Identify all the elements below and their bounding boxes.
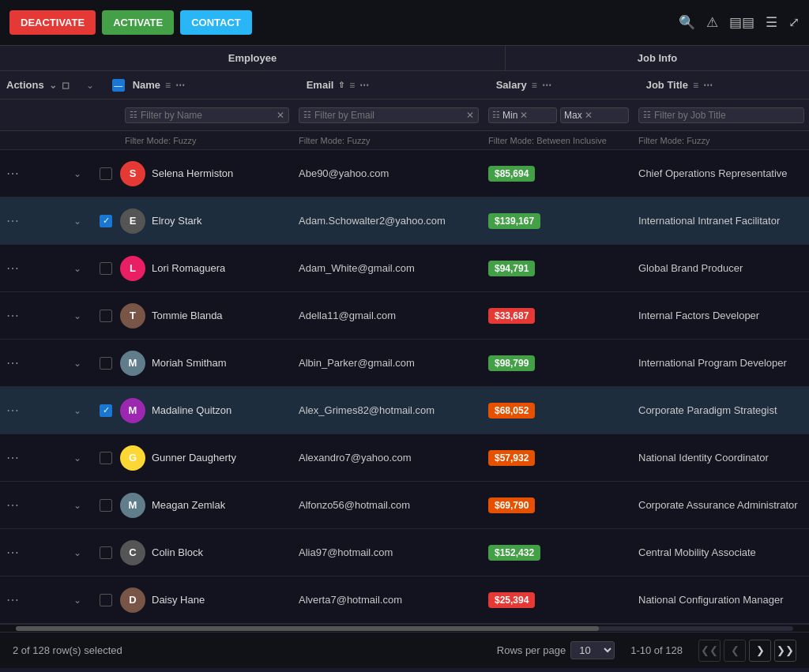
filter-jobtitle-input[interactable] xyxy=(654,110,800,121)
filter-jobtitle-icon: ☷ xyxy=(643,110,651,120)
cell-email-9: Alverta7@hotmail.com xyxy=(294,594,484,606)
actions-expand-icon[interactable]: ◻ xyxy=(62,80,70,91)
row-checkbox[interactable] xyxy=(100,262,112,275)
filter-icon[interactable]: ⚠ xyxy=(706,14,718,31)
filter-email-icon: ☷ xyxy=(303,110,311,120)
filter-salary-max-label: Max xyxy=(564,110,582,121)
cell-email-6: Alexandro7@yahoo.com xyxy=(294,452,484,464)
activate-button[interactable]: ACTIVATE xyxy=(102,10,174,35)
col-actions-label: Actions xyxy=(6,79,44,91)
filter-email-input[interactable] xyxy=(314,110,463,121)
columns-icon[interactable]: ▤▤ xyxy=(729,14,754,31)
row-expand-button[interactable]: ⌄ xyxy=(73,405,81,416)
row-expand-button[interactable]: ⌄ xyxy=(73,310,81,321)
cell-check-3[interactable] xyxy=(92,310,120,322)
row-dots-button[interactable]: ⋯ xyxy=(6,308,20,323)
row-expand-button[interactable]: ⌄ xyxy=(73,216,81,227)
row-dots-button[interactable]: ⋯ xyxy=(6,166,20,181)
avatar-8: C xyxy=(120,540,145,565)
actions-sort-icon[interactable]: ⌄ xyxy=(49,80,57,91)
row-checkbox[interactable]: ✓ xyxy=(100,215,112,227)
name-menu-icon[interactable]: ≡ xyxy=(165,80,171,91)
filter-salary-max-clear[interactable]: ✕ xyxy=(585,110,593,121)
fm-salary: Filter Mode: Between Inclusive xyxy=(484,136,634,145)
jobtitle-menu-icon[interactable]: ≡ xyxy=(693,80,698,91)
filter-salary-min-clear[interactable]: ✕ xyxy=(520,110,528,121)
select-all-checkbox[interactable]: — xyxy=(112,79,125,92)
cell-check-1[interactable]: ✓ xyxy=(92,215,120,227)
filter-email-clear[interactable]: ✕ xyxy=(466,110,474,121)
cell-check-4[interactable] xyxy=(92,357,120,370)
expand-all-icon[interactable]: ⌄ xyxy=(86,80,94,91)
contact-button[interactable]: CONTACT xyxy=(180,10,252,35)
row-checkbox[interactable] xyxy=(100,357,112,370)
first-page-button[interactable]: ❮❮ xyxy=(698,640,721,662)
row-name-0: Selena Hermiston xyxy=(152,167,233,179)
row-checkbox[interactable]: ✓ xyxy=(100,404,112,417)
row-checkbox[interactable] xyxy=(100,452,112,464)
email-menu-icon[interactable]: ≡ xyxy=(349,80,355,91)
salary-badge-9: $25,394 xyxy=(488,592,535,608)
filter-salary-min-wrap: ☷ Min ✕ xyxy=(488,107,557,123)
row-dots-button[interactable]: ⋯ xyxy=(6,545,20,560)
scrollbar-row[interactable] xyxy=(0,624,809,632)
last-page-button[interactable]: ❯❯ xyxy=(774,640,796,662)
name-filter-icon[interactable]: ⋯ xyxy=(175,80,185,91)
cell-email-5: Alex_Grimes82@hotmail.com xyxy=(294,404,484,416)
row-dots-button[interactable]: ⋯ xyxy=(6,261,20,276)
email-filter-icon[interactable]: ⋯ xyxy=(359,80,369,91)
salary-filter-icon[interactable]: ⋯ xyxy=(542,80,551,91)
menu-icon[interactable]: ☰ xyxy=(766,14,777,31)
deactivate-button[interactable]: DEACTIVATE xyxy=(9,10,96,35)
cell-expand-9: ⌄ xyxy=(63,595,92,606)
filter-row: ☷ ✕ ☷ ✕ ☷ Min ✕ Max ✕ ☷ xyxy=(0,99,809,131)
col-jobtitle-label: Job Title xyxy=(646,79,688,91)
row-expand-button[interactable]: ⌄ xyxy=(73,500,81,511)
cell-check-7[interactable] xyxy=(92,499,120,512)
cell-actions-5: ⋯ xyxy=(0,403,63,418)
cell-email-3: Adella11@gmail.com xyxy=(294,310,484,321)
cell-name-8: C Colin Block xyxy=(120,540,294,565)
filter-name-clear[interactable]: ✕ xyxy=(277,110,284,121)
cell-check-2[interactable] xyxy=(92,262,120,275)
next-page-button[interactable]: ❯ xyxy=(749,640,771,662)
cell-check-8[interactable] xyxy=(92,546,120,559)
rows-per-page-select[interactable]: 10 25 50 100 xyxy=(570,641,615,659)
row-expand-button[interactable]: ⌄ xyxy=(73,263,81,274)
search-icon[interactable]: 🔍 xyxy=(679,14,695,31)
cell-expand-8: ⌄ xyxy=(63,547,92,558)
col-header-checkbox[interactable]: — xyxy=(104,79,133,92)
prev-page-button[interactable]: ❮ xyxy=(724,640,746,662)
salary-menu-icon[interactable]: ≡ xyxy=(532,80,537,91)
row-checkbox[interactable] xyxy=(100,310,112,322)
cell-jobtitle-5: Corporate Paradigm Strategist xyxy=(634,404,809,416)
cell-name-2: L Lori Romaguera xyxy=(120,256,294,281)
email-sort-asc-icon[interactable]: ⇧ xyxy=(338,81,344,89)
cell-check-0[interactable] xyxy=(92,167,120,180)
row-checkbox[interactable] xyxy=(100,594,112,606)
row-dots-button[interactable]: ⋯ xyxy=(6,403,20,418)
row-dots-button[interactable]: ⋯ xyxy=(6,355,20,370)
filter-name-input[interactable] xyxy=(141,110,273,121)
row-expand-button[interactable]: ⌄ xyxy=(73,595,81,606)
row-dots-button[interactable]: ⋯ xyxy=(6,592,20,607)
cell-check-9[interactable] xyxy=(92,594,120,606)
salary-badge-3: $33,687 xyxy=(488,308,535,324)
cell-check-5[interactable]: ✓ xyxy=(92,404,120,417)
jobtitle-filter-icon[interactable]: ⋯ xyxy=(703,80,713,91)
fullscreen-icon[interactable]: ⤢ xyxy=(788,14,800,31)
row-expand-button[interactable]: ⌄ xyxy=(73,358,81,369)
col-name-label: Name xyxy=(133,79,160,91)
row-expand-button[interactable]: ⌄ xyxy=(73,168,81,179)
row-dots-button[interactable]: ⋯ xyxy=(6,213,20,228)
row-expand-button[interactable]: ⌄ xyxy=(73,547,81,558)
row-checkbox[interactable] xyxy=(100,167,112,180)
cell-jobtitle-4: International Program Developer xyxy=(634,357,809,369)
row-checkbox[interactable] xyxy=(100,546,112,559)
table-row: ⋯ ⌄ M Moriah Smitham Albin_Parker@gmail.… xyxy=(0,340,809,387)
row-checkbox[interactable] xyxy=(100,499,112,512)
row-expand-button[interactable]: ⌄ xyxy=(73,452,81,464)
row-dots-button[interactable]: ⋯ xyxy=(6,450,20,465)
row-dots-button[interactable]: ⋯ xyxy=(6,497,20,512)
cell-check-6[interactable] xyxy=(92,452,120,464)
